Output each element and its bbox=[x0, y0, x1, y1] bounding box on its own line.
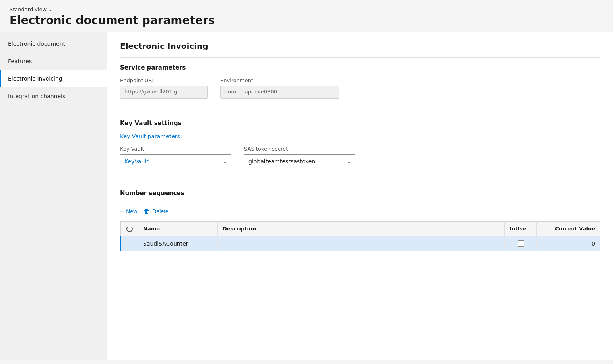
table-row[interactable]: SaudiSACounter 0 bbox=[121, 236, 600, 251]
new-button[interactable]: + New bbox=[120, 206, 137, 217]
content-area: Electronic Invoicing Service parameters … bbox=[107, 32, 613, 360]
current-value-column-header: Current Value bbox=[537, 222, 600, 236]
sas-token-label: SAS token secret bbox=[244, 146, 355, 152]
inuse-checkbox[interactable] bbox=[518, 240, 524, 247]
environment-label: Environment bbox=[220, 77, 339, 83]
view-selector[interactable]: Standard view ⌄ bbox=[10, 6, 603, 12]
sidebar-item-electronic-document[interactable]: Electronic document bbox=[0, 35, 107, 52]
row-selector-cell bbox=[121, 236, 138, 251]
chevron-down-icon: ⌄ bbox=[223, 159, 227, 164]
key-vault-form-row: Key Vault KeyVault ⌄ SAS token secret gl… bbox=[120, 146, 600, 168]
sidebar-item-features[interactable]: Features bbox=[0, 52, 107, 70]
description-cell bbox=[218, 236, 505, 251]
endpoint-url-label: Endpoint URL bbox=[120, 77, 208, 83]
environment-field: Environment aurorabapenve0800 bbox=[220, 77, 339, 99]
main-layout: Electronic document Features Electronic … bbox=[0, 32, 613, 360]
number-sequences-toolbar: + New 🗑 Delete bbox=[120, 203, 600, 220]
current-value-cell: 0 bbox=[537, 236, 600, 251]
chevron-down-icon: ⌄ bbox=[48, 6, 52, 12]
number-sequences-title: Number sequences bbox=[120, 190, 600, 197]
refresh-column-header[interactable] bbox=[121, 222, 138, 236]
refresh-icon bbox=[126, 226, 133, 232]
sidebar-item-integration-channels[interactable]: Integration channels bbox=[0, 87, 107, 105]
key-vault-field: Key Vault KeyVault ⌄ bbox=[120, 146, 231, 168]
endpoint-url-field: Endpoint URL https://gw.us-il201.g... bbox=[120, 77, 208, 99]
page-header: Standard view ⌄ Electronic document para… bbox=[0, 0, 613, 32]
service-parameters-form-row: Endpoint URL https://gw.us-il201.g... En… bbox=[120, 77, 600, 99]
sidebar-item-electronic-invoicing[interactable]: Electronic Invoicing bbox=[0, 70, 107, 87]
sidebar: Electronic document Features Electronic … bbox=[0, 32, 107, 360]
delete-icon: 🗑 bbox=[144, 208, 150, 215]
plus-icon: + bbox=[120, 208, 124, 215]
key-vault-settings-section: Key Vault settings Key Vault parameters … bbox=[107, 113, 613, 183]
key-vault-label: Key Vault bbox=[120, 146, 231, 152]
inuse-cell[interactable] bbox=[505, 236, 537, 251]
chevron-down-icon: ⌄ bbox=[347, 159, 351, 164]
table-body: SaudiSACounter 0 bbox=[121, 236, 600, 251]
service-parameters-section: Service parameters Endpoint URL https://… bbox=[107, 57, 613, 113]
environment-input: aurorabapenve0800 bbox=[220, 86, 339, 99]
sas-token-field: SAS token secret globalteamtestsastoken … bbox=[244, 146, 355, 168]
key-vault-select[interactable]: KeyVault ⌄ bbox=[120, 154, 231, 168]
delete-button[interactable]: 🗑 Delete bbox=[144, 206, 168, 217]
number-sequences-table: Name Description InUse Current Value bbox=[120, 221, 600, 251]
page-title: Electronic document parameters bbox=[10, 14, 603, 27]
content-section-title: Electronic Invoicing bbox=[107, 32, 613, 57]
table-header: Name Description InUse Current Value bbox=[121, 222, 600, 236]
key-vault-settings-title: Key Vault settings bbox=[120, 120, 600, 127]
endpoint-url-input: https://gw.us-il201.g... bbox=[120, 86, 208, 99]
description-column-header: Description bbox=[218, 222, 505, 236]
service-parameters-title: Service parameters bbox=[120, 64, 600, 71]
name-column-header: Name bbox=[138, 222, 218, 236]
name-cell: SaudiSACounter bbox=[138, 236, 218, 251]
inuse-column-header: InUse bbox=[505, 222, 537, 236]
number-sequences-section: Number sequences + New 🗑 Delete bbox=[107, 183, 613, 261]
sas-token-select[interactable]: globalteamtestsastoken ⌄ bbox=[244, 154, 355, 168]
key-vault-parameters-link[interactable]: Key Vault parameters bbox=[120, 133, 180, 139]
